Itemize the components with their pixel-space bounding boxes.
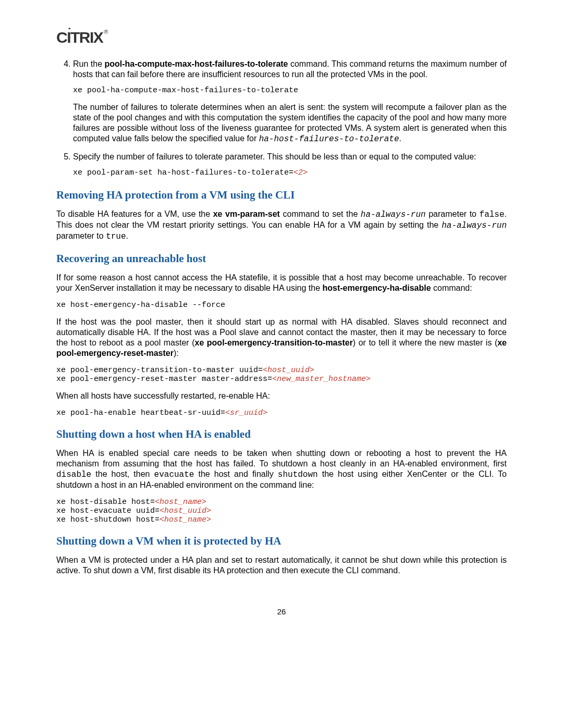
- text: the host, then: [91, 470, 154, 478]
- text: .: [126, 231, 128, 240]
- text: When HA is enabled special care needs to…: [56, 449, 507, 468]
- heading-recovering: Recovering an unreachable host: [56, 252, 507, 265]
- text: .: [399, 134, 401, 143]
- text: command to set the: [280, 209, 361, 218]
- code-block: xe host-disable host=<host_name> xe host…: [56, 498, 507, 524]
- heading-shutting-host: Shutting down a host when HA is enabled: [56, 428, 507, 441]
- page: CI˙TRIX® Run the pool-ha-compute-max-hos…: [0, 0, 563, 647]
- heading-shutting-vm: Shutting down a VM when it is protected …: [56, 535, 507, 548]
- placeholder: <host_name>: [160, 515, 211, 524]
- cmd-bold: host-emergency-ha-disable: [323, 283, 431, 292]
- cmd-bold: pool-ha-compute-max-host-failures-to-tol…: [105, 59, 288, 68]
- text: parameter to: [426, 209, 480, 218]
- placeholder: <new_master_hostname>: [272, 375, 371, 384]
- placeholder: <sr_uuid>: [225, 409, 267, 417]
- sec1-p1: To disable HA features for a VM, use the…: [56, 209, 507, 242]
- code: xe pool-ha-enable heartbeat-sr-uuid=: [56, 409, 225, 417]
- value: false: [480, 210, 505, 219]
- text: ) or to tell it where the new master is …: [353, 338, 497, 347]
- placeholder: <2>: [293, 168, 308, 177]
- code: xe host-evacuate uuid=: [56, 507, 160, 515]
- cmd: evacuate: [154, 470, 194, 479]
- code: xe host-shutdown host=: [56, 515, 160, 524]
- text: Run the: [73, 59, 105, 68]
- step-5: Specify the number of failures to tolera…: [73, 152, 507, 178]
- step5-text: Specify the number of failures to tolera…: [73, 152, 507, 162]
- sec2-p2: If the host was the pool master, then it…: [56, 317, 507, 359]
- code-block: xe pool-ha-enable heartbeat-sr-uuid=<sr_…: [56, 409, 507, 417]
- cmd: shutdown: [278, 470, 318, 479]
- step-4: Run the pool-ha-compute-max-host-failure…: [73, 59, 507, 144]
- placeholder: <host_uuid>: [160, 507, 211, 515]
- param: ha-always-run: [442, 221, 507, 230]
- citrix-logo: CI˙TRIX®: [56, 29, 507, 46]
- step4-para2: The number of failures to tolerate deter…: [73, 102, 507, 144]
- page-number: 26: [56, 607, 507, 616]
- code: xe pool-emergency-transition-to-master u…: [56, 366, 263, 375]
- step4-text: Run the pool-ha-compute-max-host-failure…: [73, 59, 507, 80]
- text: command:: [431, 283, 472, 292]
- placeholder: <host_name>: [155, 498, 206, 507]
- value: true: [106, 232, 126, 241]
- param: ha-host-failures-to-tolerate: [259, 134, 399, 144]
- code-block: xe host-emergency-ha-disable --force: [56, 301, 507, 310]
- cmd-bold: xe pool-emergency-transition-to-master: [195, 338, 353, 347]
- text: To disable HA features for a VM, use the: [56, 209, 213, 218]
- param: ha-always-run: [361, 210, 426, 219]
- cmd: disable: [56, 470, 91, 479]
- sec4-p1: When a VM is protected under a HA plan a…: [56, 555, 507, 576]
- cmd-bold: xe vm-param-set: [213, 209, 280, 218]
- code: xe pool-emergency-reset-master master-ad…: [56, 375, 272, 384]
- code-block: xe pool-ha-compute-max-host-failures-to-…: [73, 86, 507, 96]
- logo-reg: ®: [104, 29, 107, 35]
- logo-text: CI˙TRIX: [56, 29, 103, 46]
- code: xe host-disable host=: [56, 498, 155, 507]
- sec2-p3: When all hosts have successfully restart…: [56, 391, 507, 401]
- step-list: Run the pool-ha-compute-max-host-failure…: [56, 59, 507, 178]
- placeholder: <host_uuid>: [263, 366, 314, 375]
- code-block: xe pool-emergency-transition-to-master u…: [56, 366, 507, 384]
- sec2-p1: If for some reason a host cannot access …: [56, 273, 507, 293]
- code: xe pool-param-set ha-host-failures-to-to…: [73, 168, 293, 177]
- heading-removing-ha: Removing HA protection from a VM using t…: [56, 189, 507, 202]
- code-block: xe pool-param-set ha-host-failures-to-to…: [73, 168, 507, 178]
- text: the host and finally: [194, 470, 277, 478]
- text: parameter to: [56, 231, 106, 240]
- text: ):: [174, 349, 179, 357]
- sec3-p1: When HA is enabled special care needs to…: [56, 448, 507, 490]
